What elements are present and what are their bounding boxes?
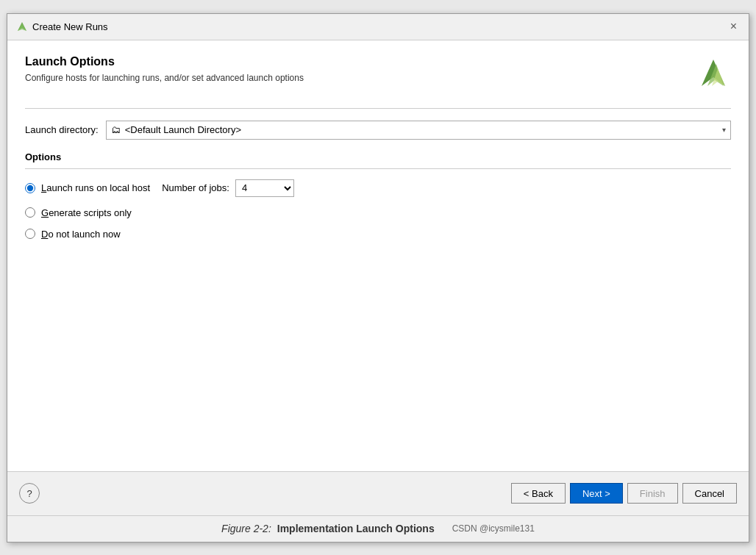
page-subtitle: Configure hosts for launching runs, and/… [25, 73, 304, 83]
title-bar: Create New Runs × [7, 14, 749, 40]
folder-icon: 🗂 [111, 124, 121, 135]
radio-row-local: Launch runs on local host Number of jobs… [25, 179, 731, 197]
options-title: Options [25, 151, 731, 162]
header-divider [25, 108, 731, 109]
app-title-icon [16, 21, 28, 32]
jobs-label: Number of jobs: [162, 182, 229, 193]
radio-donot[interactable] [25, 229, 35, 239]
help-button[interactable]: ? [19, 483, 40, 504]
radio-local-label: Launch runs on local host [41, 182, 150, 193]
options-divider [25, 168, 731, 169]
jobs-select[interactable]: 1 2 3 4 5 6 7 8 [235, 179, 294, 197]
radio-scripts-label: Generate scripts only [41, 207, 132, 218]
launch-directory-value: <Default Launch Directory> [125, 124, 718, 135]
radio-donot-label: Do not launch now [41, 229, 121, 240]
caption-figure: Figure 2-2: [221, 523, 271, 534]
radio-row-donot: Do not launch now [25, 229, 731, 240]
radio-row-scripts: Generate scripts only [25, 207, 731, 218]
caption-source: CSDN @icysmile131 [452, 523, 535, 534]
caption-title: Implementation Launch Options [277, 523, 435, 534]
dialog-window: Create New Runs × Launch Options Configu… [7, 13, 749, 543]
next-button[interactable]: Next > [570, 483, 623, 504]
launch-directory-row: Launch directory: 🗂 <Default Launch Dire… [25, 121, 731, 140]
dialog-main-content: Launch Options Configure hosts for launc… [7, 40, 749, 471]
header-section: Launch Options Configure hosts for launc… [25, 55, 731, 90]
jobs-section: Number of jobs: 1 2 3 4 5 6 7 8 [162, 179, 294, 197]
back-button[interactable]: < Back [511, 483, 566, 504]
radio-local[interactable] [25, 183, 35, 193]
title-bar-left: Create New Runs [16, 21, 108, 32]
dropdown-arrow-icon: ▾ [722, 126, 726, 134]
bottom-bar: ? < Back Next > Finish Cancel [7, 471, 749, 515]
cancel-button[interactable]: Cancel [682, 483, 737, 504]
options-section: Options Launch runs on local host Number… [25, 151, 731, 250]
radio-scripts[interactable] [25, 207, 35, 218]
app-logo [696, 55, 731, 90]
caption-bar: Figure 2-2: Implementation Launch Option… [7, 515, 749, 542]
window-title: Create New Runs [32, 21, 108, 32]
finish-button[interactable]: Finish [627, 483, 678, 504]
launch-directory-dropdown[interactable]: 🗂 <Default Launch Directory> ▾ [106, 121, 731, 140]
launch-directory-label: Launch directory: [25, 124, 99, 135]
header-left: Launch Options Configure hosts for launc… [25, 55, 304, 83]
close-button[interactable]: × [727, 21, 740, 32]
nav-buttons: < Back Next > Finish Cancel [511, 483, 737, 504]
page-title: Launch Options [25, 55, 304, 68]
svg-marker-1 [18, 24, 26, 31]
